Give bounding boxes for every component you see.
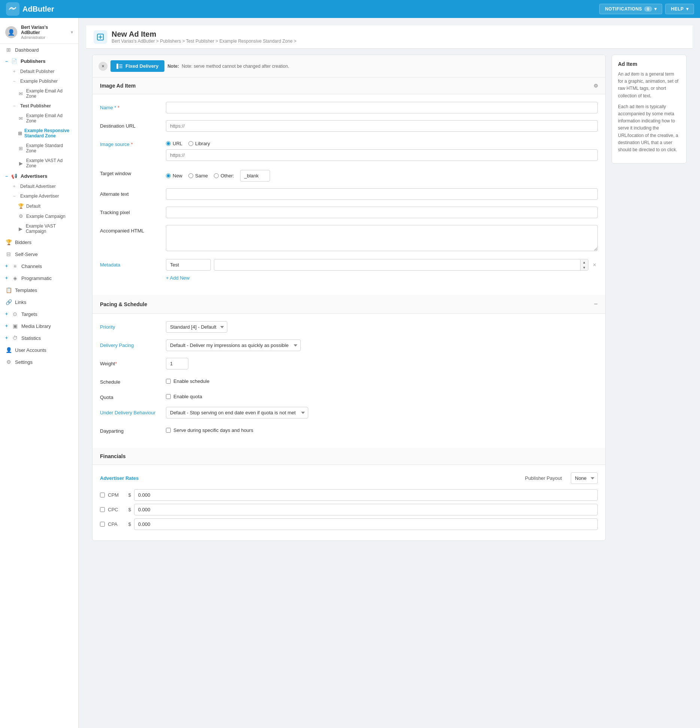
target-window-same-input[interactable] — [188, 173, 193, 178]
sidebar-item-statistics[interactable]: + ⏱ Statistics — [0, 332, 78, 344]
notifications-label: NOTIFICATIONS — [605, 6, 642, 12]
image-source-url-radio[interactable]: URL — [166, 141, 182, 146]
sidebar-item-example-vast-campaign[interactable]: ▶ Example VAST Campaign — [18, 221, 78, 236]
spinner-up-button[interactable]: ▲ — [581, 260, 588, 265]
help-button[interactable]: HELP ▾ — [665, 4, 694, 14]
target-window-other-input[interactable] — [214, 173, 219, 178]
alternate-text-label: Alternate text — [100, 188, 160, 197]
under-delivery-select[interactable]: Default - Stop serving on end date even … — [166, 407, 308, 418]
sidebar-item-links[interactable]: 🔗 Links — [0, 296, 78, 308]
sidebar-item-bidders[interactable]: 🏆 Bidders — [0, 236, 78, 248]
target-window-new-radio[interactable]: New — [166, 173, 182, 179]
sidebar-item-example-email-zone-1[interactable]: ✉ Example Email Ad Zone — [18, 86, 78, 101]
sidebar-item-programmatic[interactable]: + ◈ Programmatic — [0, 272, 78, 284]
publisher-payout-label: Publisher Payout — [525, 475, 562, 481]
image-source-library-radio-input[interactable] — [188, 141, 193, 146]
add-new-metadata-button[interactable]: + Add New — [166, 274, 190, 281]
sidebar-item-settings[interactable]: ⚙ Settings — [0, 356, 78, 368]
publisher-payout-select[interactable]: None — [571, 472, 598, 484]
delivery-pacing-label: Delivery Pacing — [100, 339, 160, 348]
metadata-remove-button[interactable]: × — [591, 262, 598, 268]
quota-checkbox-item[interactable]: Enable quota — [166, 392, 598, 399]
financials-form-body: Advertiser Rates Publisher Payout None C… — [93, 465, 605, 540]
notifications-button[interactable]: NOTIFICATIONS 0 ▾ — [599, 4, 662, 14]
advertisers-icon: 📢 — [11, 173, 18, 179]
target-window-new-input[interactable] — [166, 173, 171, 178]
sidebar-item-templates[interactable]: 📋 Templates — [0, 284, 78, 296]
cpa-input[interactable] — [134, 518, 598, 530]
destination-url-label: Destination URL — [100, 120, 160, 129]
cpm-checkbox[interactable] — [100, 493, 105, 497]
responsive-zone-label: Example Responsive Standard Zone — [24, 128, 73, 138]
pacing-section-toggle[interactable]: − — [594, 300, 598, 308]
cpm-input[interactable] — [134, 489, 598, 501]
sidebar-item-vast-zone[interactable]: ▶ Example VAST Ad Zone — [18, 156, 78, 171]
sidebar-item-test-email-zone[interactable]: ✉ Example Email Ad Zone — [18, 111, 78, 126]
quota-checkbox[interactable] — [166, 394, 171, 399]
sidebar-item-default-publisher[interactable]: + Default Publisher — [10, 67, 78, 76]
priority-select[interactable]: Standard [4] - Default — [166, 321, 227, 333]
schedule-checkbox[interactable] — [166, 379, 171, 384]
sidebar-item-example-advertiser[interactable]: − Example Advertiser — [10, 191, 78, 201]
image-source-url-radio-input[interactable] — [166, 141, 171, 146]
svg-rect-3 — [119, 66, 122, 67]
cpa-checkbox[interactable] — [100, 522, 105, 527]
metadata-key-input[interactable] — [166, 259, 211, 271]
sidebar-item-test-publisher[interactable]: − Test Publisher — [10, 101, 78, 111]
dayparting-checkbox[interactable] — [166, 428, 171, 433]
accompanied-html-textarea[interactable] — [166, 225, 598, 251]
serve-method-close-button[interactable]: × — [99, 62, 107, 71]
cpc-checkbox[interactable] — [100, 507, 105, 512]
image-source-library-radio[interactable]: Library — [188, 141, 210, 146]
sidebar-item-advertisers[interactable]: − 📢 Advertisers — [0, 171, 78, 182]
tracking-pixel-input[interactable] — [166, 207, 598, 218]
name-input[interactable] — [166, 102, 598, 113]
serve-method-bar: × Fixed Delivery Note: Note: serve — [93, 55, 605, 77]
sidebar-item-user-accounts[interactable]: 👤 User Accounts — [0, 344, 78, 356]
alternate-text-row: Alternate text — [100, 188, 598, 200]
sidebar-item-default-advertiser[interactable]: + Default Advertiser — [10, 182, 78, 191]
dayparting-checkbox-item[interactable]: Serve during specific days and hours — [166, 425, 598, 433]
image-url-input[interactable] — [166, 149, 598, 161]
metadata-value-wrap: ▲ ▼ — [214, 259, 588, 271]
sidebar-item-responsive-zone[interactable]: ⊞ Example Responsive Standard Zone — [18, 126, 78, 141]
sidebar-item-default-campaign[interactable]: 🏆 Default — [18, 201, 78, 211]
sidebar-item-standard-zone[interactable]: ⊞ Example Standard Zone — [18, 141, 78, 156]
sidebar-item-self-serve[interactable]: ⊟ Self-Serve — [0, 248, 78, 260]
help-chevron-icon: ▾ — [686, 6, 689, 12]
quota-row: Quota Enable quota — [100, 392, 598, 400]
sidebar-item-channels[interactable]: + ≡ Channels — [0, 260, 78, 272]
target-window-same-radio[interactable]: Same — [188, 173, 208, 179]
page-title: New Ad Item — [112, 30, 296, 39]
delivery-pacing-select[interactable]: Default - Deliver my impressions as quic… — [166, 339, 301, 351]
image-ad-item-title: Image Ad Item — [100, 83, 136, 89]
sidebar-item-media-library[interactable]: + ▣ Media Library — [0, 320, 78, 332]
metadata-spinners: ▲ ▼ — [580, 260, 588, 270]
sidebar-item-dashboard[interactable]: ⊞ Dashboard — [0, 44, 78, 56]
cpc-row: CPC $ — [100, 504, 598, 515]
sidebar-item-targets[interactable]: + ⊙ Targets — [0, 308, 78, 320]
sidebar-item-example-campaign[interactable]: ⚙ Example Campaign — [18, 211, 78, 221]
target-other-value-input[interactable] — [240, 170, 270, 182]
sidebar-user[interactable]: 👤 Bert Varias's AdButler Administrator ▾ — [0, 21, 78, 44]
sidebar-item-example-publisher[interactable]: − Example Publisher — [10, 76, 78, 86]
spinner-down-button[interactable]: ▼ — [581, 265, 588, 270]
media-library-icon: ▣ — [12, 323, 18, 329]
alternate-text-wrap — [166, 188, 598, 200]
weight-input[interactable] — [166, 358, 188, 369]
sidebar-item-publishers[interactable]: − 📄 Publishers — [0, 56, 78, 67]
form-panel: × Fixed Delivery Note: Note: serve — [92, 55, 606, 541]
target-window-radio-group: New Same Other: — [166, 168, 598, 182]
vast-zone-label: Example VAST Ad Zone — [26, 158, 73, 168]
destination-url-input[interactable] — [166, 120, 598, 132]
schedule-checkbox-item[interactable]: Enable schedule — [166, 376, 598, 384]
target-new-label: New — [173, 173, 182, 179]
accompanied-html-label: Accompanied HTML — [100, 225, 160, 234]
metadata-value-input[interactable] — [214, 259, 580, 270]
alternate-text-input[interactable] — [166, 188, 598, 200]
self-serve-icon: ⊟ — [5, 251, 12, 257]
publishers-icon: 📄 — [11, 58, 18, 64]
cpc-input[interactable] — [134, 504, 598, 515]
right-panel: Ad Item An ad item is a general term for… — [612, 55, 687, 541]
target-window-other-radio[interactable]: Other: — [214, 173, 234, 179]
